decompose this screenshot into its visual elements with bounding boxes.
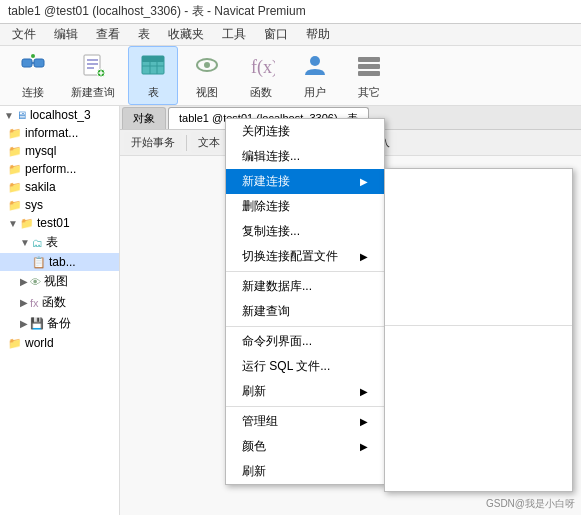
ctx-new-database[interactable]: 新建数据库... [226, 274, 384, 299]
svg-rect-0 [22, 59, 32, 67]
svg-rect-22 [358, 71, 380, 76]
sidebar-item-table-folder[interactable]: ▼ 🗂 表 [0, 232, 119, 253]
ctx-manage-group[interactable]: 管理组 ▶ [226, 409, 384, 434]
expand-arrow-backup: ▶ [20, 318, 28, 329]
db-icon-sakila: 📁 [8, 181, 22, 194]
sub-aliyun[interactable]: 阿里云 ▶ [385, 416, 572, 441]
sidebar-item-mysql[interactable]: 📁 mysql [0, 142, 119, 160]
menu-window[interactable]: 窗口 [256, 24, 296, 45]
toolbar-connect[interactable]: 连接 [8, 46, 58, 105]
ctx-arrow-group: ▶ [360, 416, 368, 427]
context-menu: 关闭连接 编辑连接... 新建连接 ▶ MySQL... PostgreSQL.… [225, 118, 385, 485]
sub-mariadb[interactable]: MariaDB... [385, 279, 572, 301]
submenu-new-connection: MySQL... PostgreSQL... Oracle... SQLite.… [384, 168, 573, 492]
sidebar-label-table-folder: 表 [46, 234, 58, 251]
ctx-new-query[interactable]: 新建查询 [226, 299, 384, 324]
sub-mysql[interactable]: MySQL... [385, 169, 572, 191]
ctx-run-sql[interactable]: 运行 SQL 文件... [226, 354, 384, 379]
sidebar-label-table1: tab... [49, 255, 76, 269]
sub-oracle-cloud[interactable]: Oracle Cloud ▶ [385, 350, 572, 372]
sidebar-label-performance: perform... [25, 162, 76, 176]
svg-point-3 [31, 54, 35, 58]
table-folder-icon: 🗂 [32, 237, 43, 249]
sidebar-item-sys[interactable]: 📁 sys [0, 196, 119, 214]
sidebar-item-table1[interactable]: 📋 tab... [0, 253, 119, 271]
view-folder-icon: 👁 [30, 276, 41, 288]
toolbar-view[interactable]: 视图 [182, 46, 232, 105]
sidebar-label-sys: sys [25, 198, 43, 212]
connect-icon [19, 51, 47, 83]
main-area: ▼ 🖥 localhost_3 📁 informat... 📁 mysql 📁 … [0, 106, 581, 515]
svg-rect-21 [358, 64, 380, 69]
sidebar-item-information[interactable]: 📁 informat... [0, 124, 119, 142]
table1-icon: 📋 [32, 256, 46, 269]
sub-sqlite[interactable]: SQLite... [385, 235, 572, 257]
sub-microsoft-azure[interactable]: Microsoft Azure ▶ [385, 372, 572, 394]
sub-arrow-oracle-cloud: ▶ [548, 356, 556, 367]
ctx-color[interactable]: 颜色 ▶ [226, 434, 384, 459]
ctx-new-connection[interactable]: 新建连接 ▶ MySQL... PostgreSQL... Oracle... [226, 169, 384, 194]
sub-tencentcloud[interactable]: 腾讯云 ▶ [385, 441, 572, 466]
toolbar-function[interactable]: f(x) 函数 [236, 46, 286, 105]
ctx-close-connection[interactable]: 关闭连接 [226, 119, 384, 144]
sidebar-item-func-folder[interactable]: ▶ fx 函数 [0, 292, 119, 313]
menu-file[interactable]: 文件 [4, 24, 44, 45]
sidebar-item-test01[interactable]: ▼ 📁 test01 [0, 214, 119, 232]
ctx-edit-connection[interactable]: 编辑连接... [226, 144, 384, 169]
sub-huaweicloud[interactable]: 华为云 ▶ [385, 466, 572, 491]
sidebar-label-mysql: mysql [25, 144, 56, 158]
menu-favorites[interactable]: 收藏夹 [160, 24, 212, 45]
sidebar-item-world[interactable]: 📁 world [0, 334, 119, 352]
title-text: table1 @test01 (localhost_3306) - 表 - Na… [8, 3, 306, 20]
ctx-command-line[interactable]: 命令列界面... [226, 329, 384, 354]
title-bar: table1 @test01 (localhost_3306) - 表 - Na… [0, 0, 581, 24]
sidebar-label-func-folder: 函数 [42, 294, 66, 311]
toolbar-user[interactable]: 用户 [290, 46, 340, 105]
sidebar-item-sakila[interactable]: 📁 sakila [0, 178, 119, 196]
view-icon [193, 51, 221, 83]
ctx-copy-connection[interactable]: 复制连接... [226, 219, 384, 244]
toolbar-new-query[interactable]: 新建查询 [62, 46, 124, 105]
ctx-switch-config[interactable]: 切换连接配置文件 ▶ [226, 244, 384, 269]
sub-sqlserver[interactable]: SQL Server... [385, 257, 572, 279]
submenu-arrow: ▶ [360, 176, 368, 187]
sidebar-label-backup-folder: 备份 [47, 315, 71, 332]
menu-edit[interactable]: 编辑 [46, 24, 86, 45]
sidebar-label-test01: test01 [37, 216, 70, 230]
sub-arrow-mongodb-cloud: ▶ [548, 400, 556, 411]
menu-help[interactable]: 帮助 [298, 24, 338, 45]
toolbar-user-label: 用户 [304, 85, 326, 100]
ctx-arrow-config: ▶ [360, 251, 368, 262]
menu-tools[interactable]: 工具 [214, 24, 254, 45]
menu-view[interactable]: 查看 [88, 24, 128, 45]
ctx-sep-2 [226, 326, 384, 327]
submenu-separator-1 [385, 325, 572, 326]
toolbar-table[interactable]: 表 [128, 46, 178, 105]
sidebar-item-performance[interactable]: 📁 perform... [0, 160, 119, 178]
sub-arrow-tencent: ▶ [548, 448, 556, 459]
sub-mongodb-cloud[interactable]: MongoDB Cloud Services ▶ [385, 394, 572, 416]
expand-arrow-view: ▶ [20, 276, 28, 287]
ctx-delete-connection[interactable]: 删除连接 [226, 194, 384, 219]
sub-postgresql[interactable]: PostgreSQL... [385, 191, 572, 213]
toolbar: 连接 新建查询 表 [0, 46, 581, 106]
sidebar-item-backup-folder[interactable]: ▶ 💾 备份 [0, 313, 119, 334]
backup-folder-icon: 💾 [30, 317, 44, 330]
ctx-sep-3 [226, 406, 384, 407]
ctx-refresh[interactable]: 刷新 [226, 459, 384, 484]
content-area: 对象 table1 @test01 (localhost_3306) - 表 开… [120, 106, 581, 515]
sub-arrow-aws: ▶ [548, 334, 556, 345]
ctx-sep-1 [226, 271, 384, 272]
sidebar-label-sakila: sakila [25, 180, 56, 194]
sub-mongodb[interactable]: MongoDB... [385, 301, 572, 323]
ctx-refresh-sub[interactable]: 刷新 ▶ [226, 379, 384, 404]
menu-table[interactable]: 表 [130, 24, 158, 45]
toolbar-other[interactable]: 其它 [344, 46, 394, 105]
toolbar-other-label: 其它 [358, 85, 380, 100]
menu-bar: 文件 编辑 查看 表 收藏夹 工具 窗口 帮助 [0, 24, 581, 46]
sidebar-item-view-folder[interactable]: ▶ 👁 视图 [0, 271, 119, 292]
sidebar-item-localhost[interactable]: ▼ 🖥 localhost_3 [0, 106, 119, 124]
sub-amazon-aws[interactable]: Amazon AWS ▶ [385, 328, 572, 350]
user-icon [301, 51, 329, 83]
sub-oracle[interactable]: Oracle... [385, 213, 572, 235]
